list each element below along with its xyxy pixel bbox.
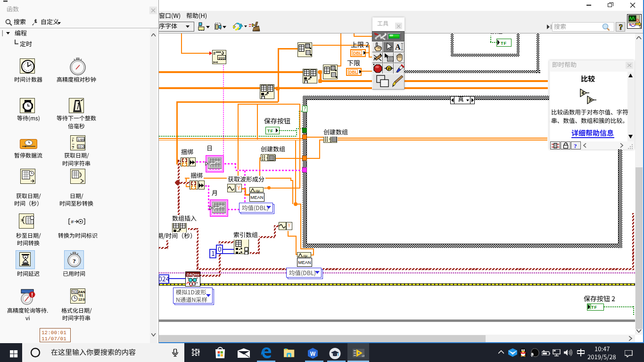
svg-text:?: ?: [574, 142, 577, 149]
svg-text:18: 18: [362, 354, 364, 357]
svg-text:12:01: 12:01: [78, 298, 85, 301]
svg-text:σμ: σμ: [303, 253, 307, 258]
svg-text:TF: TF: [267, 129, 273, 133]
svg-text:TF: TF: [591, 305, 597, 310]
svg-text:?: ?: [619, 23, 623, 32]
svg-text:DBL: DBL: [349, 70, 358, 74]
svg-text:1/89: 1/89: [77, 138, 85, 142]
svg-text:DAQmx: DAQmx: [187, 272, 200, 277]
svg-text:12:00:01: 12:00:01: [41, 330, 66, 336]
svg-text:TF: TF: [501, 41, 507, 46]
svg-text:#: #: [213, 51, 216, 56]
svg-text:MEAN: MEAN: [298, 260, 311, 265]
svg-text:999: 999: [218, 56, 225, 60]
svg-text:01: 01: [79, 293, 83, 297]
svg-text:#: #: [71, 219, 74, 225]
svg-text:11/07/01: 11/07/01: [41, 336, 66, 341]
svg-text:A: A: [395, 43, 401, 51]
svg-text:σμ: σμ: [256, 188, 260, 193]
svg-text:10:21: 10:21: [78, 145, 86, 148]
svg-text:MEAN: MEAN: [250, 195, 264, 200]
svg-text:?: ?: [73, 257, 76, 264]
svg-text:P: P: [388, 66, 391, 71]
svg-text:?: ?: [72, 145, 74, 150]
svg-text:DBL: DBL: [353, 51, 362, 56]
svg-text:3: 3: [639, 24, 641, 28]
svg-text:W: W: [310, 351, 316, 357]
